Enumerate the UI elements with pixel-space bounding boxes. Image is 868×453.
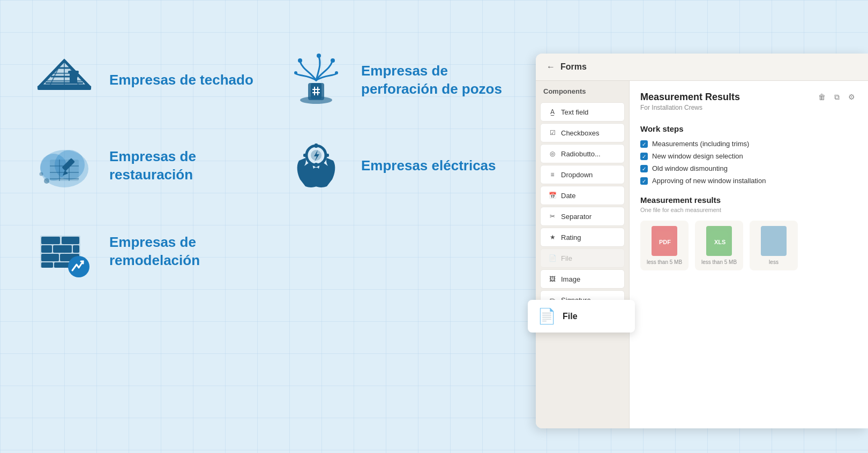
svg-rect-44 (41, 237, 60, 244)
main-form-content: Measurement Results For Installation Cre… (630, 81, 868, 428)
xls-size: less than 5 MB (701, 259, 737, 265)
file-comp-label: File (561, 254, 572, 262)
form-subtitle: For Installation Crews (640, 104, 740, 111)
electrical-label: Empresas eléctricas (361, 157, 496, 175)
svg-point-17 (317, 54, 321, 58)
svg-point-20 (335, 71, 338, 74)
component-dropdown[interactable]: ≡ Dropdown (540, 165, 625, 184)
step-4: Approving of new window installation (640, 177, 857, 185)
roofing-icon (32, 54, 96, 107)
components-sidebar: Components A̲ Text field ☑ Checkboxes ◎ … (536, 81, 630, 428)
svg-rect-51 (41, 262, 53, 268)
file-comp-icon: 📄 (548, 254, 557, 262)
remodeling-label: Empresas de remodelación (109, 233, 263, 270)
copy-button[interactable]: ⧉ (832, 92, 842, 103)
card-roofing[interactable]: Empresas de techado (32, 54, 263, 107)
image-label: Image (561, 275, 580, 283)
settings-button[interactable]: ⚙ (846, 92, 857, 103)
step-3-label: Old window dismounting (652, 164, 728, 172)
separator-icon: ✂ (548, 212, 557, 221)
svg-point-16 (298, 58, 302, 63)
svg-rect-48 (73, 245, 79, 253)
svg-rect-49 (41, 254, 59, 261)
step-4-checkbox[interactable] (640, 177, 648, 185)
work-steps-section: Work steps Measurements (including trims… (640, 124, 857, 185)
gen-size: less (769, 259, 779, 265)
rating-label: Rating (561, 233, 581, 241)
checkboxes-label: Checkboxes (561, 129, 600, 137)
restoration-icon (32, 139, 96, 193)
svg-rect-38 (315, 144, 318, 148)
svg-rect-45 (62, 237, 79, 244)
svg-text:PDF: PDF (659, 239, 671, 245)
step-2-checkbox[interactable] (640, 153, 648, 160)
file-card-gen[interactable]: less (750, 221, 798, 270)
svg-rect-41 (325, 154, 329, 157)
results-title: Measurement results (640, 195, 857, 205)
svg-rect-47 (53, 245, 72, 253)
step-4-label: Approving of new window installation (652, 177, 766, 185)
card-wells[interactable]: Empresas de perforación de pozos (284, 54, 514, 107)
text-field-label: Text field (561, 108, 588, 116)
card-restoration[interactable]: Empresas de restauración (32, 139, 263, 193)
svg-rect-40 (303, 154, 308, 157)
dropdown-icon: ≡ (548, 170, 557, 179)
component-image[interactable]: 🖼 Image (540, 269, 625, 289)
svg-point-35 (40, 172, 43, 176)
components-title: Components (536, 87, 629, 101)
results-subtitle: One file for each measurement (640, 207, 857, 213)
svg-rect-46 (41, 245, 52, 253)
svg-point-34 (44, 178, 49, 184)
component-separator[interactable]: ✂ Separator (540, 207, 625, 226)
electrical-icon (284, 139, 348, 193)
roofing-label: Empresas de techado (109, 71, 253, 89)
component-date[interactable]: 📅 Date (540, 186, 625, 205)
panel-title: Forms (560, 62, 587, 72)
svg-text:XLS: XLS (714, 239, 725, 245)
component-file[interactable]: 📄 File (540, 248, 625, 268)
svg-rect-12 (38, 86, 91, 90)
svg-point-22 (300, 96, 332, 104)
svg-rect-59 (765, 231, 782, 251)
card-remodeling[interactable]: Empresas de remodelación (32, 225, 263, 278)
remodeling-icon (32, 225, 96, 278)
step-3-checkbox[interactable] (640, 165, 648, 172)
delete-button[interactable]: 🗑 (816, 92, 828, 103)
svg-rect-14 (68, 71, 79, 73)
radiobutton-label: Radiobutto... (561, 150, 601, 158)
wells-label: Empresas de perforación de pozos (361, 62, 514, 99)
svg-point-19 (294, 71, 297, 74)
step-1-label: Measurements (including trims) (652, 140, 749, 148)
file-tooltip-icon: 📄 (537, 307, 556, 325)
card-electrical[interactable]: Empresas eléctricas (284, 139, 514, 193)
component-radiobutton[interactable]: ◎ Radiobutto... (540, 144, 625, 163)
svg-point-18 (331, 58, 335, 63)
checkbox-icon: ☑ (548, 129, 557, 137)
svg-rect-39 (315, 163, 318, 167)
pdf-icon: PDF (652, 226, 677, 256)
text-icon: A̲ (548, 108, 557, 116)
component-text-field[interactable]: A̲ Text field (540, 102, 625, 122)
svg-rect-13 (70, 72, 77, 83)
file-cards: PDF less than 5 MB XLS less than 5 MB (640, 221, 857, 270)
separator-label: Separator (561, 213, 592, 221)
dropdown-label: Dropdown (561, 171, 593, 179)
date-icon: 📅 (548, 191, 557, 200)
step-1: Measurements (including trims) (640, 140, 857, 148)
back-button[interactable]: ← (547, 62, 555, 72)
step-1-checkbox[interactable] (640, 140, 648, 148)
card-grid: Empresas de techado (32, 54, 514, 278)
file-card-xls[interactable]: XLS less than 5 MB (695, 221, 743, 270)
wells-icon (284, 54, 348, 107)
date-label: Date (561, 192, 575, 200)
restoration-label: Empresas de restauración (109, 148, 263, 184)
card-grid-container: Empresas de techado (32, 54, 514, 278)
forms-panel: ← Forms Components A̲ Text field ☑ Check… (536, 54, 868, 428)
svg-rect-26 (50, 160, 79, 181)
measurement-results-section: Measurement results One file for each me… (640, 195, 857, 270)
component-rating[interactable]: ★ Rating (540, 228, 625, 247)
component-checkboxes[interactable]: ☑ Checkboxes (540, 123, 625, 142)
work-steps-title: Work steps (640, 124, 857, 133)
file-card-pdf[interactable]: PDF less than 5 MB (640, 221, 689, 270)
file-tooltip: 📄 File (528, 300, 635, 333)
